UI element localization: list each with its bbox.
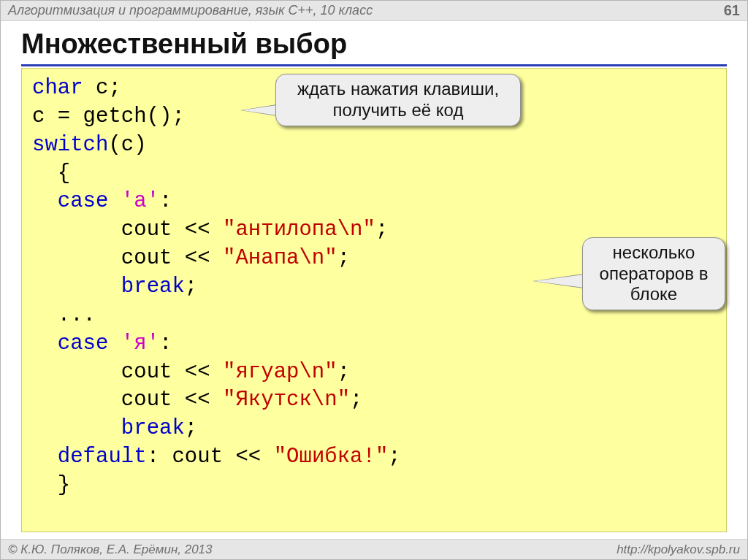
- str-1a: "антилопа\n": [223, 218, 375, 242]
- kw-case-2: case: [58, 331, 109, 356]
- title-rule: [21, 64, 727, 66]
- top-bar: Алгоритмизация и программирование, язык …: [1, 1, 747, 21]
- brace-close: }: [32, 473, 70, 497]
- break2-indent: [32, 416, 121, 440]
- semi-b2: ;: [185, 416, 197, 440]
- switch-arg: (c): [108, 133, 146, 157]
- case1-literal: 'а': [121, 189, 159, 213]
- str-2a: "ягуар\n": [223, 360, 337, 384]
- case1-colon: :: [159, 189, 172, 213]
- callout-2-pointer: [533, 274, 584, 288]
- kw-break-1: break: [121, 275, 185, 299]
- kw-break-2: break: [121, 416, 185, 440]
- footer-right: http://kpolyakov.spb.ru: [617, 542, 740, 557]
- semi-1b: ;: [337, 246, 350, 270]
- slide: Алгоритмизация и программирование, язык …: [0, 0, 748, 560]
- callout-1-line1: ждать нажатия клавиши,: [297, 79, 499, 100]
- semi-1a: ;: [375, 218, 388, 242]
- decl-rest: c;: [83, 76, 121, 100]
- ellipsis: ...: [32, 303, 96, 327]
- case2-literal: 'я': [121, 331, 159, 356]
- str-err: "Ошибка!": [274, 445, 389, 469]
- break1-indent: [32, 275, 121, 299]
- default-cout: : cout <<: [147, 445, 274, 469]
- cout-2a: cout <<: [32, 360, 223, 384]
- kw-default: default: [58, 445, 147, 469]
- cout-1b: cout <<: [32, 246, 223, 270]
- callout-2-line3: блоке: [600, 284, 709, 305]
- kw-char: char: [32, 76, 83, 100]
- semi-2b: ;: [350, 388, 362, 412]
- kw-case-1: case: [58, 189, 109, 213]
- page-title: Множественный выбор: [1, 21, 747, 63]
- brace-open: {: [32, 161, 70, 185]
- cout-1a: cout <<: [32, 218, 223, 242]
- callout-2: несколько операторов в блоке: [582, 237, 725, 310]
- case2-colon: :: [159, 331, 172, 356]
- semi-b1: ;: [185, 275, 197, 299]
- cout-2b: cout <<: [32, 388, 223, 412]
- callout-1: ждать нажатия клавиши, получить её код: [275, 74, 521, 126]
- bottom-bar: © К.Ю. Поляков, Е.А. Ерёмин, 2013 http:/…: [1, 539, 747, 559]
- kw-switch: switch: [32, 133, 108, 157]
- str-1b: "Анапа\n": [223, 246, 337, 270]
- callout-1-pointer: [240, 104, 277, 116]
- assign-line: c = getch();: [32, 104, 185, 129]
- semi-2a: ;: [337, 360, 350, 384]
- callout-2-line1: несколько: [600, 242, 709, 264]
- callout-1-line2: получить её код: [297, 100, 499, 121]
- footer-left: © К.Ю. Поляков, Е.А. Ерёмин, 2013: [8, 542, 213, 557]
- breadcrumb: Алгоритмизация и программирование, язык …: [8, 3, 373, 18]
- str-2b: "Якутск\n": [223, 388, 350, 412]
- semi-err: ;: [388, 445, 400, 469]
- page-number: 61: [724, 2, 740, 19]
- content-area: char c; c = getch(); switch(c) { case 'а…: [21, 68, 727, 532]
- callout-2-line2: операторов в: [600, 264, 709, 285]
